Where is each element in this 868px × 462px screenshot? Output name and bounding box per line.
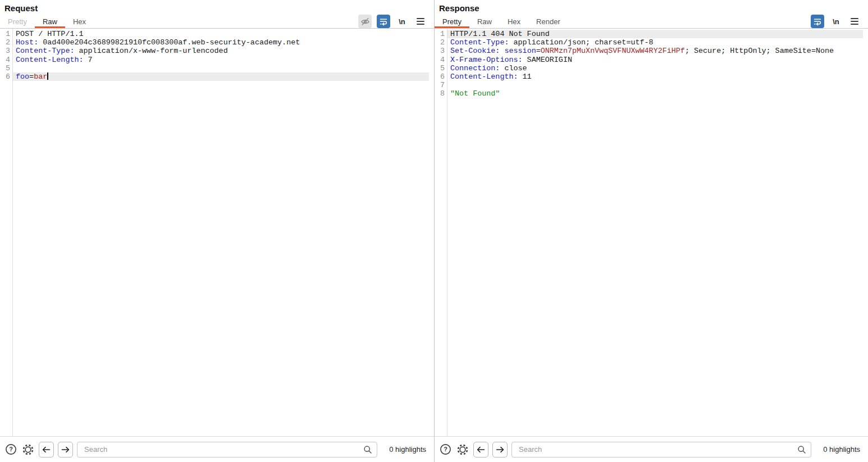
response-editor-menu-icon[interactable] bbox=[848, 15, 861, 28]
line-number: 1 bbox=[0, 30, 10, 38]
request-tab-hex[interactable]: Hex bbox=[65, 15, 94, 28]
request-search-help-button[interactable]: ? bbox=[4, 443, 17, 456]
question-circle-icon: ? bbox=[5, 443, 17, 455]
svg-text:?: ? bbox=[9, 446, 13, 452]
request-panel-title: Request bbox=[0, 0, 434, 15]
request-statusbar: ? bbox=[0, 436, 434, 462]
request-search-settings-button[interactable] bbox=[21, 443, 35, 456]
request-editor-menu-icon[interactable] bbox=[414, 15, 427, 28]
response-code[interactable]: HTTP/1.1 404 Not FoundContent-Type: appl… bbox=[447, 29, 868, 436]
response-tab-raw[interactable]: Raw bbox=[469, 15, 500, 28]
line-number: 3 bbox=[435, 47, 445, 55]
request-search-input[interactable] bbox=[83, 445, 363, 454]
request-search-next-button[interactable] bbox=[58, 442, 73, 458]
line-number: 4 bbox=[435, 56, 445, 64]
response-search-next-button[interactable] bbox=[492, 442, 508, 458]
request-editor-toolbar: \n bbox=[358, 15, 434, 28]
line-number: 1 bbox=[435, 30, 445, 38]
line-number: 2 bbox=[435, 38, 445, 47]
code-line[interactable]: X-Frame-Options: SAMEORIGIN bbox=[450, 56, 863, 64]
request-line-numbers: 123456 bbox=[0, 29, 13, 436]
gear-icon bbox=[22, 443, 34, 456]
magnifier-icon[interactable] bbox=[363, 445, 372, 454]
response-search-prev-button[interactable] bbox=[473, 442, 488, 458]
response-search-box bbox=[511, 442, 811, 458]
response-panel-title: Response bbox=[435, 0, 868, 15]
code-line[interactable] bbox=[450, 81, 863, 89]
response-search-input[interactable] bbox=[518, 445, 797, 454]
response-search-settings-button[interactable] bbox=[456, 443, 469, 456]
wrap-lines-icon bbox=[379, 17, 388, 26]
response-tab-pretty[interactable]: Pretty bbox=[435, 15, 469, 28]
code-line[interactable]: POST / HTTP/1.1 bbox=[16, 30, 429, 38]
eye-slash-icon bbox=[360, 17, 370, 26]
request-highlights-count: 0 highlights bbox=[381, 445, 434, 454]
newline-glyph: \n bbox=[399, 17, 405, 26]
newline-glyph: \n bbox=[833, 17, 839, 26]
response-line-numbers: 12345678 bbox=[435, 29, 447, 436]
code-line[interactable]: Set-Cookie: session=ONRMzn7pMuXnVwqSVFNU… bbox=[450, 47, 863, 55]
code-line[interactable]: Content-Type: application/x-www-form-url… bbox=[16, 47, 429, 55]
line-number: 6 bbox=[0, 73, 10, 81]
response-editor: 12345678 HTTP/1.1 404 Not FoundContent-T… bbox=[435, 28, 868, 436]
request-code[interactable]: POST / HTTP/1.1Host: 0ad400e204c36899821… bbox=[13, 29, 434, 436]
arrow-left-icon bbox=[476, 445, 486, 454]
code-line[interactable]: Host: 0ad400e204c36899821910fc008300af.w… bbox=[16, 38, 429, 47]
hamburger-icon bbox=[851, 18, 858, 25]
response-search-help-button[interactable]: ? bbox=[438, 443, 452, 456]
show-newlines-toggle-icon[interactable]: \n bbox=[395, 15, 409, 28]
wrap-lines-icon bbox=[813, 17, 822, 26]
hide-nonprintable-toggle-icon[interactable] bbox=[358, 15, 372, 28]
request-panel: Request Pretty Raw Hex bbox=[0, 0, 435, 462]
gear-icon bbox=[456, 443, 469, 456]
code-line[interactable]: HTTP/1.1 404 Not Found bbox=[447, 30, 863, 38]
word-wrap-toggle-icon[interactable] bbox=[811, 15, 824, 28]
response-editor-toolbar: \n bbox=[811, 15, 868, 28]
arrow-right-icon bbox=[495, 445, 505, 454]
response-panel: Response Pretty Raw Hex Render bbox=[435, 0, 868, 462]
line-number: 2 bbox=[0, 38, 10, 47]
magnifier-icon[interactable] bbox=[797, 445, 806, 454]
request-editor: 123456 POST / HTTP/1.1Host: 0ad400e204c3… bbox=[0, 28, 434, 436]
code-line[interactable]: Connection: close bbox=[450, 64, 863, 73]
line-number: 6 bbox=[435, 73, 445, 81]
hamburger-icon bbox=[417, 18, 424, 25]
line-number: 8 bbox=[435, 89, 445, 98]
request-search-prev-button[interactable] bbox=[39, 442, 54, 458]
question-circle-icon: ? bbox=[440, 443, 451, 455]
line-number: 7 bbox=[435, 81, 445, 89]
show-newlines-toggle-icon[interactable]: \n bbox=[829, 15, 843, 28]
response-tab-hex[interactable]: Hex bbox=[500, 15, 528, 28]
response-highlights-count: 0 highlights bbox=[815, 445, 868, 454]
code-line[interactable]: Content-Length: 7 bbox=[16, 56, 429, 64]
code-line[interactable]: Content-Type: application/json; charset=… bbox=[450, 38, 863, 47]
line-number: 3 bbox=[0, 47, 10, 55]
request-tab-raw[interactable]: Raw bbox=[35, 15, 65, 28]
arrow-left-icon bbox=[42, 445, 51, 454]
response-tabbar: Pretty Raw Hex Render \n bbox=[435, 15, 868, 28]
code-line[interactable]: foo=bar bbox=[13, 73, 429, 81]
response-tab-render[interactable]: Render bbox=[528, 15, 568, 28]
request-tab-pretty[interactable]: Pretty bbox=[0, 15, 35, 28]
word-wrap-toggle-icon[interactable] bbox=[377, 15, 390, 28]
svg-text:?: ? bbox=[444, 446, 447, 452]
line-number: 4 bbox=[0, 56, 10, 64]
text-caret bbox=[47, 73, 48, 80]
repeater-message-view: Request Pretty Raw Hex bbox=[0, 0, 868, 462]
line-number: 5 bbox=[435, 64, 445, 73]
arrow-right-icon bbox=[61, 445, 70, 454]
code-line[interactable]: Content-Length: 11 bbox=[450, 73, 863, 81]
code-line[interactable] bbox=[16, 64, 429, 73]
line-number: 5 bbox=[0, 64, 10, 73]
code-line[interactable]: "Not Found" bbox=[450, 89, 863, 98]
request-tabbar: Pretty Raw Hex bbox=[0, 15, 434, 28]
request-search-box bbox=[77, 442, 377, 458]
response-statusbar: ? bbox=[435, 436, 868, 462]
